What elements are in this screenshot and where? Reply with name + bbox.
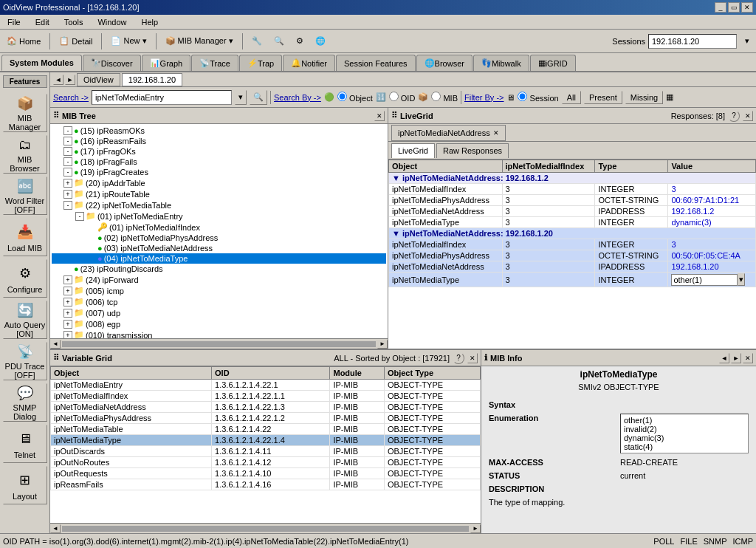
expand-icon[interactable]: + [63, 275, 72, 284]
table-row[interactable]: ipNetToMediaPhysAddress 3 OCTET-STRING 0… [389, 250, 756, 261]
igrid-tab[interactable]: ▦ iGRID [530, 55, 576, 71]
sessions-dropdown-button[interactable]: ▾ [740, 32, 755, 51]
expand-icon[interactable]: + [63, 331, 72, 339]
discover-tab[interactable]: 🔭 Discover [83, 55, 141, 71]
table-row[interactable]: ipNetToMediaNetAddress 3 IPADDRESS 192.1… [389, 206, 756, 217]
editable-cell[interactable]: ▾ [671, 273, 752, 286]
close-button[interactable]: ✕ [741, 2, 753, 13]
search-label[interactable]: Search -> [53, 93, 89, 102]
expand-icon[interactable]: + [63, 287, 72, 295]
scroll-left-arrow[interactable]: ◄ [50, 340, 61, 349]
toolbar-home-button[interactable]: 🏠 Home [1, 32, 46, 51]
filter-present-button[interactable]: Present [584, 91, 622, 104]
table-row[interactable]: ipNetToMediaIfIndex 1.3.6.1.2.1.4.22.1.1… [51, 391, 481, 402]
menu-window[interactable]: Window [93, 16, 131, 28]
expand-icon[interactable]: - [63, 147, 72, 156]
list-item[interactable]: 🔑 (01) ipNetToMediaIfIndex [52, 222, 386, 233]
menu-file[interactable]: File [3, 16, 25, 28]
toolbar-detail-button[interactable]: 📋 Detail [54, 32, 97, 51]
table-row[interactable]: ipNetToMediaEntry 1.3.6.1.2.1.4.22.1 IP-… [51, 380, 481, 391]
list-item[interactable]: ● (02) ipNetToMediaPhysAddress [52, 233, 386, 243]
list-item[interactable]: + 📁 (008) egp [52, 318, 386, 329]
mib-info-close[interactable]: ✕ [743, 353, 753, 363]
list-item[interactable]: + 📁 (010) transmission [52, 329, 386, 338]
table-row[interactable]: ipNetToMediaIfIndex 3 INTEGER 3 [389, 239, 756, 250]
toolbar-new-button[interactable]: 📄 New ▾ [106, 32, 151, 51]
list-item[interactable]: - ● (16) ipReasmFails [52, 136, 386, 146]
vg-scroll-left[interactable]: ◄ [50, 524, 61, 533]
expand-icon[interactable]: - [63, 157, 72, 166]
vg-close-button[interactable]: ✕ [467, 353, 478, 363]
list-item[interactable]: ● (23) ipRoutingDiscards [52, 264, 386, 274]
menu-tools[interactable]: Tools [60, 16, 88, 28]
search-input[interactable] [92, 90, 232, 105]
toolbar-icon3-button[interactable]: ⚙ [291, 32, 309, 51]
oidview-next-arrow[interactable]: ► [65, 75, 75, 85]
value-edit-input[interactable] [671, 274, 738, 286]
mib-info-prev[interactable]: ◄ [719, 353, 729, 363]
list-item[interactable]: - ● (18) ipFragFails [52, 157, 386, 167]
mib-info-next[interactable]: ► [731, 353, 741, 363]
vg-scroll-track[interactable] [62, 526, 469, 532]
table-row[interactable]: ipNetToMediaNetAddress 3 IPADDRESS 192.1… [389, 261, 756, 273]
list-item[interactable]: - 📁 (01) ipNetToMediaEntry [52, 210, 386, 222]
browser-tab[interactable]: 🌐 Browser [416, 55, 472, 71]
sidebar-snmp-dialog[interactable]: 💬 SNMP Dialog [3, 383, 47, 422]
table-row[interactable]: ipNetToMediaPhysAddress 3 OCTET-STRING 0… [389, 195, 756, 206]
system-modules-tab[interactable]: System Modules [1, 55, 82, 71]
table-row[interactable]: ipNetToMediaPhysAddress 1.3.6.1.2.1.4.22… [51, 413, 481, 424]
expand-icon[interactable]: + [63, 298, 72, 306]
mib-tree-close-button[interactable]: ✕ [374, 111, 385, 121]
search-dropdown-button[interactable]: ▾ [235, 90, 247, 105]
table-row[interactable]: ipOutDiscards 1.3.6.1.2.1.4.11 IP-MIB OB… [51, 446, 481, 457]
sidebar-mib-browser[interactable]: 🗂 MIB Browser [3, 135, 47, 174]
menu-help[interactable]: Help [137, 16, 163, 28]
dropdown-arrow-button[interactable]: ▾ [738, 273, 745, 286]
object-tab-close[interactable]: ✕ [493, 129, 499, 137]
graph-tab[interactable]: 📊 Graph [142, 55, 191, 71]
table-row[interactable]: ipReasmFails 1.3.6.1.2.1.4.16 IP-MIB OBJ… [51, 479, 481, 490]
filter-session-radio[interactable] [518, 92, 527, 101]
list-item[interactable]: + 📁 (007) udp [52, 307, 386, 318]
toolbar-mib-manager-button[interactable]: 📦 MIB Manager ▾ [160, 32, 238, 51]
search-icon-button[interactable]: 🔍 [250, 90, 267, 105]
expand-icon[interactable]: + [63, 309, 72, 318]
expand-icon[interactable]: + [63, 320, 72, 329]
oidview-tab-session[interactable]: 192.168.1.20 [122, 73, 182, 86]
session-features-tab[interactable]: Session Features [336, 55, 416, 71]
filter-by-label[interactable]: Filter By -> [464, 93, 504, 102]
list-item[interactable]: + 📁 (006) tcp [52, 296, 386, 307]
search-by-mib-radio[interactable] [431, 92, 441, 101]
help-button[interactable]: ? [728, 110, 740, 122]
list-item[interactable]: - ● (17) ipFragOKs [52, 146, 386, 157]
list-item[interactable]: - ● (19) ipFragCreates [52, 167, 386, 177]
expand-icon[interactable]: - [63, 126, 72, 135]
sidebar-configure[interactable]: ⚙ Configure [3, 259, 47, 298]
menu-edit[interactable]: Edit [31, 16, 54, 28]
list-item[interactable]: + 📁 (005) icmp [52, 285, 386, 296]
maximize-button[interactable]: ▭ [728, 2, 740, 13]
toolbar-icon1-button[interactable]: 🔧 [247, 32, 267, 51]
table-row[interactable]: ipNetToMediaType 3 INTEGER dynamic(3) [389, 217, 756, 228]
list-item[interactable]: ● (03) ipNetToMediaNetAddress [52, 243, 386, 253]
scroll-track[interactable] [62, 341, 376, 347]
search-by-object-radio[interactable] [337, 92, 347, 101]
table-row[interactable]: ipNetToMediaNetAddress 1.3.6.1.2.1.4.22.… [51, 402, 481, 413]
trap-tab[interactable]: ⚡ Trap [239, 55, 282, 71]
sidebar-auto-query[interactable]: 🔄 Auto Query [ON] [3, 301, 47, 339]
vg-help-button[interactable]: ? [453, 352, 464, 364]
table-row[interactable]: ipNetToMediaTable 1.3.6.1.2.1.4.22 IP-MI… [51, 424, 481, 435]
sidebar-pdu-trace[interactable]: 📡 PDU Trace [OFF] [3, 342, 47, 380]
list-item[interactable]: + 📁 (20) ipAddrTable [52, 177, 386, 188]
oidview-tab-main[interactable]: OidView [77, 73, 120, 86]
livegrid-close-button[interactable]: ✕ [743, 111, 753, 121]
filter-all-button[interactable]: All [562, 91, 581, 104]
scroll-right-arrow[interactable]: ► [377, 340, 388, 349]
vg-scrollbar[interactable]: ◄ ► [50, 523, 481, 533]
minimize-button[interactable]: _ [715, 2, 726, 13]
expand-icon[interactable]: - [63, 168, 72, 177]
object-tab[interactable]: ipNetToMediaNetAddress ✕ [391, 125, 506, 141]
oidview-prev-arrow[interactable]: ◄ [53, 75, 63, 85]
notifier-tab[interactable]: 🔔 Notifier [283, 55, 335, 71]
trace-tab[interactable]: 📡 Trace [191, 55, 238, 71]
